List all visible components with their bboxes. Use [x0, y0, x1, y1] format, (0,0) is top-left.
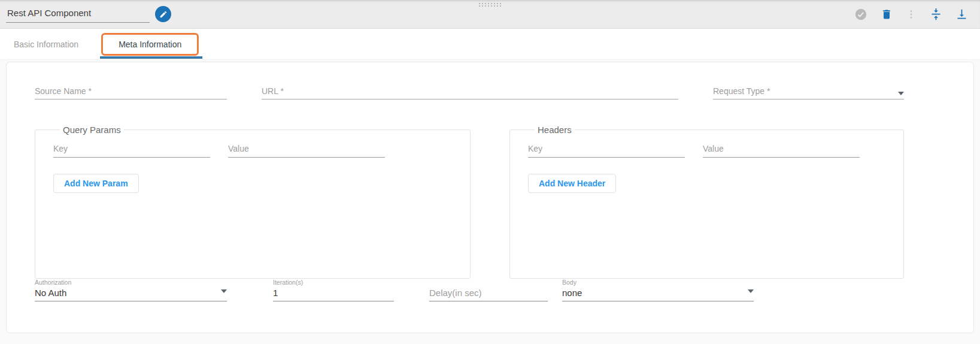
authorization-value: No Auth: [35, 288, 66, 298]
authorization-label: Authorization: [35, 279, 227, 286]
tab-label: Meta Information: [119, 40, 181, 49]
headers-group: Headers Add New Header: [509, 125, 904, 279]
header-key-input[interactable]: [528, 142, 685, 158]
more-options-button[interactable]: [906, 9, 917, 20]
meta-information-form: Request Type * Query Params Add New Para…: [6, 62, 974, 333]
query-param-value-input[interactable]: [228, 142, 385, 158]
edit-name-button[interactable]: [155, 6, 171, 22]
chevron-down-icon: [748, 289, 754, 293]
source-name-input[interactable]: [35, 85, 227, 99]
delay-field: [429, 279, 548, 301]
minimize-panel-button[interactable]: [955, 8, 968, 20]
header-value-input[interactable]: [703, 142, 860, 158]
request-type-placeholder: Request Type *: [713, 86, 770, 99]
collapse-panel-button[interactable]: [930, 8, 942, 20]
iterations-input[interactable]: [273, 288, 394, 301]
add-new-param-button[interactable]: Add New Param: [53, 174, 139, 193]
add-new-header-button[interactable]: Add New Header: [528, 174, 616, 193]
page-background: Request Type * Query Params Add New Para…: [0, 60, 980, 344]
tab-basic-information[interactable]: Basic Information: [14, 34, 78, 55]
component-name-field: [6, 5, 171, 23]
authorization-select[interactable]: Authorization No Auth: [35, 279, 227, 301]
component-name-input[interactable]: [6, 5, 150, 23]
delay-input[interactable]: [429, 288, 548, 301]
query-params-legend: Query Params: [60, 125, 124, 135]
drag-handle-icon[interactable]: [479, 3, 502, 7]
chevron-down-icon: [898, 92, 904, 95]
trash-icon: [881, 8, 893, 20]
body-label: Body: [562, 279, 754, 286]
request-type-select[interactable]: Request Type *: [713, 85, 904, 99]
query-params-group: Query Params Add New Param: [35, 125, 471, 279]
check-circle-icon: [854, 8, 867, 21]
approve-button[interactable]: [854, 8, 867, 21]
vertical-align-bottom-icon: [955, 8, 968, 20]
headers-legend: Headers: [535, 125, 575, 135]
tab-meta-information[interactable]: Meta Information: [101, 33, 199, 56]
iterations-field: Iteration(s): [273, 279, 394, 301]
body-select[interactable]: Body none: [562, 279, 754, 301]
topbar: [0, 0, 980, 29]
tab-label: Basic Information: [14, 40, 78, 49]
url-input[interactable]: [262, 85, 678, 99]
query-param-key-input[interactable]: [53, 142, 210, 158]
chevron-down-icon: [221, 289, 227, 293]
active-tab-indicator: [100, 56, 202, 59]
url-field: [262, 85, 678, 99]
vertical-align-center-icon: [930, 8, 942, 20]
tab-bar: Basic Information Meta Information: [0, 29, 980, 60]
source-name-field: [35, 85, 227, 99]
topbar-actions: [854, 8, 968, 21]
kebab-menu-icon: [906, 9, 917, 20]
pencil-icon: [159, 10, 168, 19]
iterations-label: Iteration(s): [273, 279, 394, 286]
body-value: none: [562, 288, 582, 298]
query-param-row: [53, 142, 470, 158]
delete-button[interactable]: [881, 8, 893, 20]
header-row: [528, 142, 903, 158]
